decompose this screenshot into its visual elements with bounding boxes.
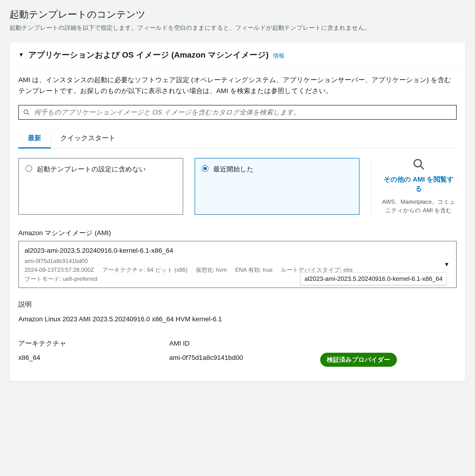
ami-select[interactable]: al2023-ami-2023.5.20240916.0-kernel-6.1-… (18, 241, 457, 288)
info-link[interactable]: 情報 (273, 51, 284, 60)
ami-search[interactable] (18, 105, 457, 120)
description-value: Amazon Linux 2023 AMI 2023.5.20240916.0 … (18, 314, 457, 324)
ami-selected-id: ami-0f75d1a8c9141bd00 (24, 256, 88, 265)
browse-more-sub: AWS、Marketplace、コミュニティからの AMI を含む (381, 198, 457, 215)
radio-icon (25, 165, 32, 172)
ami-selected-date: 2024-09-13T23:57:28.000Z (24, 265, 94, 274)
ami-selected-boot: ブートモード: uefi-preferred (24, 274, 97, 283)
chevron-down-icon: ▼ (444, 260, 450, 269)
option-exclude-from-template[interactable]: 起動テンプレートの設定に含めない (18, 158, 183, 215)
ami-tooltip: al2023-ami-2023.5.20240916.0-kernel-6.1-… (300, 272, 447, 285)
option-label: 起動テンプレートの設定に含めない (37, 164, 146, 174)
svg-line-1 (27, 113, 29, 115)
arch-label: アーキテクチャ (18, 339, 155, 348)
ami-selected-virt: 仮想化: hvm (196, 265, 227, 274)
tab-recent[interactable]: 最新 (18, 131, 51, 148)
ami-selected-ena: ENA 有効: true (235, 265, 273, 274)
browse-more-link[interactable]: その他の AMI を閲覧する (381, 175, 457, 193)
ami-selected-arch: アーキテクチャ: 64 ビット (x86) (102, 265, 187, 274)
ami-panel: ▼ アプリケーションおよび OS イメージ (Amazon マシンイメージ) 情… (10, 42, 465, 381)
verified-provider-badge: 検証済みプロバイダー (320, 353, 397, 367)
option-label: 最近開始した (213, 164, 254, 174)
ami-search-input[interactable] (34, 108, 452, 116)
search-icon (413, 158, 425, 170)
page-title: 起動テンプレートのコンテンツ (10, 7, 465, 21)
provider-spacer (320, 339, 457, 348)
panel-title: アプリケーションおよび OS イメージ (Amazon マシンイメージ) (28, 49, 269, 61)
svg-line-3 (420, 166, 423, 169)
ami-tabs: 最新 クイックスタート (18, 131, 457, 149)
panel-header[interactable]: ▼ アプリケーションおよび OS イメージ (Amazon マシンイメージ) 情… (10, 42, 465, 67)
panel-description: AMI は、インスタンスの起動に必要なソフトウェア設定 (オペレーティングシステ… (18, 74, 457, 96)
amiid-value: ami-0f75d1a8c9141bd00 (169, 353, 306, 363)
tab-quickstart[interactable]: クイックスタート (51, 131, 125, 148)
radio-icon (202, 165, 208, 172)
ami-selected-name: al2023-ami-2023.5.20240916.0-kernel-6.1-… (24, 246, 442, 255)
browse-more-ami: その他の AMI を閲覧する AWS、Marketplace、コミュニティからの… (371, 158, 457, 215)
option-recently-launched[interactable]: 最近開始した (195, 158, 360, 215)
ami-field-label: Amazon マシンイメージ (AMI) (18, 228, 457, 238)
page-subtitle: 起動テンプレートの詳細を以下で指定します。フィールドを空白のままにすると、フィー… (10, 23, 465, 32)
description-label: 説明 (18, 299, 457, 309)
arch-value: x86_64 (18, 353, 155, 363)
amiid-label: AMI ID (169, 339, 306, 348)
search-icon (23, 109, 30, 116)
caret-down-icon: ▼ (18, 52, 24, 58)
